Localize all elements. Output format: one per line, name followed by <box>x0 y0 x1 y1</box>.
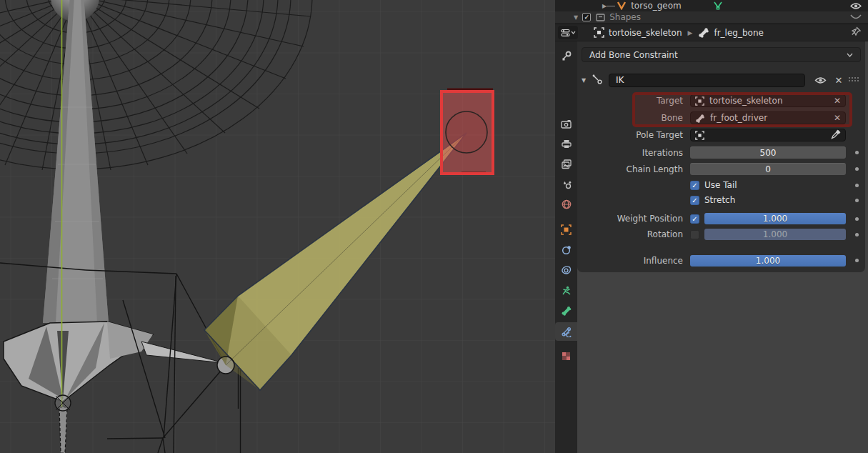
tree-branch-line <box>607 6 615 6</box>
collection-icon <box>596 14 605 21</box>
clear-bone-icon[interactable]: ✕ <box>829 113 841 123</box>
bone-constraint-panel: Add Bone Constraint ▼ IK ✕ Target <box>577 41 865 272</box>
bone-icon <box>695 114 705 123</box>
tab-bone-constraint[interactable] <box>555 322 577 341</box>
collection-checkbox[interactable]: ✓ <box>582 13 591 21</box>
keyframe-dot[interactable] <box>855 217 859 221</box>
stretch-checkbox[interactable] <box>690 196 699 205</box>
chevron-down-icon <box>571 31 576 34</box>
tab-texture[interactable] <box>555 347 577 365</box>
constraint-delete-icon[interactable]: ✕ <box>829 75 848 86</box>
properties-header: tortoise_skeleton ▶ fr_leg_bone <box>555 24 868 41</box>
breadcrumb-bone[interactable]: fr_leg_bone <box>714 28 763 38</box>
blender-window: { "outliner": { "object_row": { "name": … <box>0 0 868 453</box>
iterations-label: Iterations <box>582 148 683 158</box>
collapse-curve-icon[interactable] <box>844 14 868 21</box>
weight-position-slider[interactable]: 1.000 <box>704 213 846 224</box>
target-row: Target tortoise_skeleton ✕ <box>582 94 861 107</box>
mesh-data-icon <box>617 1 627 10</box>
bone-label: Bone <box>582 113 683 123</box>
rotation-slider[interactable]: 1.000 <box>704 229 846 240</box>
influence-label: Influence <box>582 256 683 266</box>
add-bone-constraint-button[interactable]: Add Bone Constraint <box>582 47 861 62</box>
chain-length-row: Chain Length 0 <box>582 163 861 175</box>
target-label: Target <box>582 96 683 106</box>
tab-render[interactable] <box>555 114 577 133</box>
tab-view-layer[interactable] <box>555 155 577 174</box>
keyframe-dot[interactable] <box>855 151 859 154</box>
tab-constraints[interactable] <box>555 241 577 259</box>
pin-icon[interactable] <box>851 26 861 39</box>
keyframe-dot[interactable] <box>855 233 859 237</box>
tab-tool[interactable] <box>555 46 577 65</box>
pole-target-field[interactable] <box>690 129 846 141</box>
outliner: ▶ torso_geom ▼ ✓ Shapes <box>555 0 868 24</box>
editor-type-button[interactable] <box>558 26 578 39</box>
tab-object-data-armature[interactable] <box>555 282 577 300</box>
tab-output[interactable] <box>555 134 577 153</box>
tab-world[interactable] <box>555 195 577 214</box>
breadcrumb-separator-icon: ▶ <box>688 29 693 36</box>
keyframe-dot[interactable] <box>855 184 859 187</box>
constraint-name-field[interactable]: IK <box>609 74 805 87</box>
bone-icon <box>698 27 709 38</box>
keyframe-dot[interactable] <box>855 167 859 171</box>
pole-target-label: Pole Target <box>582 130 683 140</box>
object-icon <box>695 131 704 140</box>
foot-driver-bone-selected <box>442 90 493 174</box>
breadcrumb: tortoise_skeleton ▶ fr_leg_bone <box>594 27 764 38</box>
viewport-scene <box>0 0 555 453</box>
iterations-row: Iterations 500 <box>582 146 861 159</box>
pole-target-row: Pole Target <box>582 129 861 141</box>
breadcrumb-object[interactable]: tortoise_skeleton <box>609 28 682 38</box>
weight-position-checkbox[interactable] <box>690 214 699 224</box>
target-value: tortoise_skeleton <box>709 96 783 106</box>
disclosure-triangle-icon[interactable]: ▼ <box>574 14 578 21</box>
visibility-eye-icon[interactable] <box>844 2 868 10</box>
keyframe-dot[interactable] <box>855 259 859 262</box>
chain-length-field[interactable]: 0 <box>690 163 846 175</box>
iterations-field[interactable]: 500 <box>690 146 846 159</box>
panel-expand-triangle-icon[interactable]: ▼ <box>582 77 592 84</box>
right-panels: ▶ torso_geom ▼ ✓ Shapes <box>555 0 868 453</box>
properties-main: Add Bone Constraint ▼ IK ✕ Target <box>577 41 868 453</box>
chevron-down-icon <box>847 53 853 57</box>
bone-field[interactable]: fr_foot_driver ✕ <box>690 111 846 124</box>
rotation-label: Rotation <box>582 229 683 239</box>
use-tail-label: Use Tail <box>704 180 737 190</box>
bone-value: fr_foot_driver <box>710 113 767 123</box>
shape-data-icon <box>713 1 723 11</box>
ik-panel-header[interactable]: ▼ IK ✕ <box>582 72 861 88</box>
influence-slider[interactable]: 1.000 <box>690 255 846 267</box>
influence-row: Influence 1.000 <box>582 254 861 267</box>
viewport-3d[interactable] <box>0 0 555 453</box>
bone-row: Bone fr_foot_driver ✕ <box>582 111 861 124</box>
chain-length-label: Chain Length <box>582 164 683 174</box>
outliner-row-shapes[interactable]: ▼ ✓ Shapes <box>555 11 868 23</box>
use-tail-row: Use Tail <box>582 180 861 189</box>
tab-bone[interactable] <box>555 302 577 320</box>
add-bone-constraint-label: Add Bone Constraint <box>589 50 678 60</box>
target-field[interactable]: tortoise_skeleton ✕ <box>690 94 846 107</box>
tab-scene[interactable] <box>555 175 577 194</box>
properties-editor-icon <box>561 29 570 37</box>
armature-object-icon <box>695 96 704 106</box>
keyframe-dot[interactable] <box>855 199 859 202</box>
stretch-label: Stretch <box>704 195 735 205</box>
tab-physics[interactable] <box>555 261 577 279</box>
collection-name[interactable]: Shapes <box>609 12 641 22</box>
rotation-checkbox[interactable] <box>690 230 699 239</box>
eyedropper-icon[interactable] <box>831 129 841 141</box>
stretch-row: Stretch <box>582 195 861 204</box>
tab-object[interactable] <box>555 220 577 239</box>
properties-tab-strip <box>555 41 577 453</box>
constraint-drag-grip-icon[interactable] <box>848 77 861 83</box>
outliner-row-torso-geom[interactable]: ▶ torso_geom <box>555 0 868 11</box>
outliner-object-name[interactable]: torso_geom <box>631 1 682 11</box>
armature-object-icon <box>594 27 604 38</box>
ik-constraint-icon <box>592 74 609 87</box>
clear-target-icon[interactable]: ✕ <box>829 96 841 106</box>
constraint-visibility-eye-icon[interactable] <box>811 76 829 84</box>
weight-position-row: Weight Position 1.000 <box>582 213 861 224</box>
use-tail-checkbox[interactable] <box>690 181 699 190</box>
